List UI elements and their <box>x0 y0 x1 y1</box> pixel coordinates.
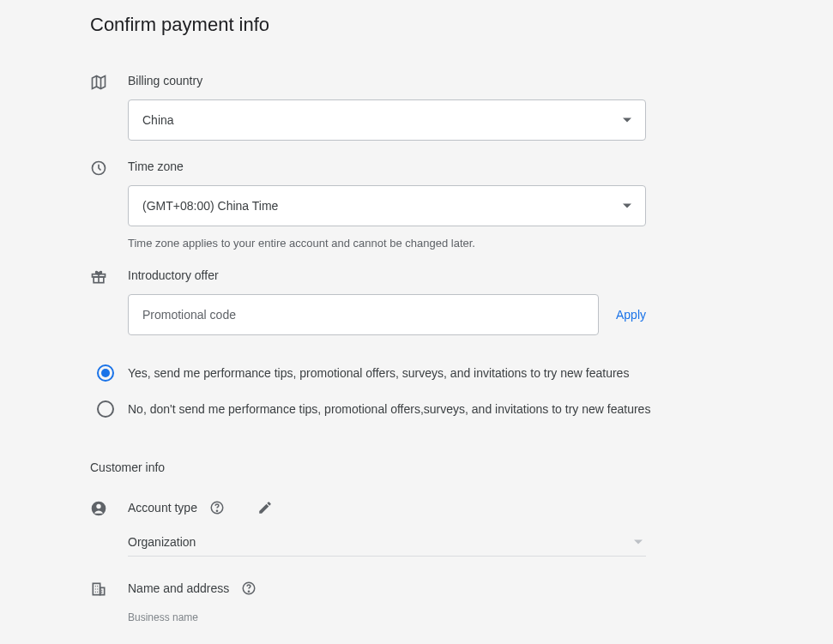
radio-button-icon <box>97 364 114 382</box>
gift-icon <box>90 268 128 286</box>
name-address-label: Name and address <box>128 581 229 595</box>
help-icon[interactable] <box>241 581 257 596</box>
business-name-label: Business name <box>128 611 743 623</box>
time-zone-value: (GMT+08:00) China Time <box>142 199 278 213</box>
person-icon <box>90 500 128 517</box>
billing-country-field: Billing country China <box>90 74 743 141</box>
help-icon[interactable] <box>209 500 225 515</box>
edit-icon[interactable] <box>257 500 273 515</box>
intro-offer-label: Introductory offer <box>128 268 743 282</box>
svg-rect-7 <box>93 583 100 594</box>
radio-button-icon <box>97 400 114 418</box>
customer-info-title: Customer info <box>90 460 743 474</box>
svg-point-6 <box>216 510 217 511</box>
billing-country-select[interactable]: China <box>128 99 646 141</box>
account-type-field: Account type Organization <box>90 500 743 557</box>
radio-yes-label: Yes, send me performance tips, promotion… <box>128 364 629 382</box>
chevron-down-icon <box>634 539 643 544</box>
time-zone-helper: Time zone applies to your entire account… <box>128 237 743 250</box>
name-address-field: Name and address Business name <box>90 581 743 623</box>
chevron-down-icon <box>623 118 631 123</box>
chevron-down-icon <box>623 204 631 208</box>
intro-offer-field: Introductory offer Apply <box>90 268 743 335</box>
radio-yes[interactable]: Yes, send me performance tips, promotion… <box>90 364 743 382</box>
svg-point-4 <box>96 504 100 509</box>
radio-no[interactable]: No, don't send me performance tips, prom… <box>90 400 743 418</box>
account-type-select[interactable]: Organization <box>128 527 646 557</box>
time-zone-field: Time zone (GMT+08:00) China Time Time zo… <box>90 159 743 250</box>
account-type-label: Account type <box>128 501 197 515</box>
billing-country-value: China <box>142 113 174 127</box>
apply-button[interactable]: Apply <box>616 308 646 322</box>
time-zone-select[interactable]: (GMT+08:00) China Time <box>128 185 646 226</box>
page-title: Confirm payment info <box>90 14 743 36</box>
building-icon <box>90 581 128 598</box>
svg-point-10 <box>249 591 250 592</box>
map-icon <box>90 74 128 91</box>
marketing-radio-group: Yes, send me performance tips, promotion… <box>90 364 743 418</box>
time-zone-label: Time zone <box>128 159 743 173</box>
clock-icon <box>90 159 128 177</box>
account-type-value: Organization <box>128 535 196 549</box>
billing-country-label: Billing country <box>128 74 743 87</box>
promo-code-input[interactable] <box>128 294 599 335</box>
radio-no-label: No, don't send me performance tips, prom… <box>128 400 650 418</box>
